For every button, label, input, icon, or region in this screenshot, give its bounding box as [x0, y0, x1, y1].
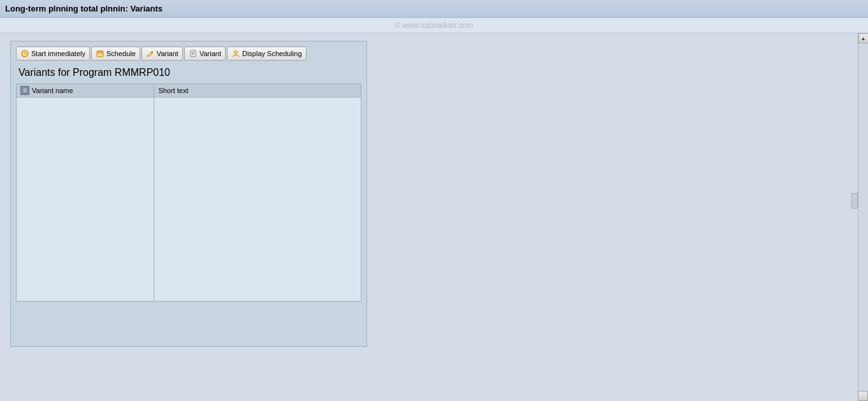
scrollbar-right: ▲ ▼ — [858, 33, 868, 401]
col-header-short-text: Short text — [154, 84, 361, 98]
col-header-variant-name: ☰ Variant name — [17, 84, 154, 98]
variant-edit-button[interactable]: Variant — [141, 47, 183, 61]
schedule-label: Schedule — [106, 50, 136, 57]
start-immediately-label: Start immediately — [31, 50, 85, 57]
content-panel: Start immediately Schedule — [0, 33, 858, 401]
resize-handle[interactable]: ⋮ — [851, 193, 858, 208]
display-scheduling-button[interactable]: Display Scheduling — [227, 47, 307, 61]
scroll-corner — [858, 391, 868, 401]
display-scheduling-label: Display Scheduling — [242, 50, 302, 57]
watermark-text: © www.tutorialkart.com — [395, 21, 474, 30]
empty-row — [17, 98, 361, 302]
svg-rect-3 — [97, 51, 103, 57]
svg-line-7 — [147, 55, 148, 57]
svg-point-12 — [234, 51, 237, 54]
variants-table: ☰ Variant name Short text — [16, 84, 361, 302]
scroll-up-arrow: ▲ — [861, 36, 866, 41]
title-bar: Long-term plnning total plnnin: Variants — [0, 0, 868, 18]
start-immediately-button[interactable]: Start immediately — [16, 47, 90, 61]
pencil-icon — [146, 49, 155, 58]
inner-panel: Start immediately Schedule — [10, 41, 367, 347]
clock-icon — [20, 49, 29, 58]
title-text: Long-term plnning total plnnin: Variants — [5, 4, 163, 13]
page-title-text: Variants for Program RMMRP010 — [18, 67, 170, 78]
col-variant-name-label: Variant name — [32, 87, 73, 94]
table-body — [17, 98, 361, 302]
person-icon — [231, 49, 240, 58]
variant-save-label: Variant — [199, 50, 221, 57]
scroll-up-button[interactable]: ▲ — [858, 33, 869, 43]
schedule-button[interactable]: Schedule — [91, 47, 140, 61]
table-header-row: ☰ Variant name Short text — [17, 84, 361, 98]
resize-dots-icon: ⋮ — [852, 198, 857, 203]
scroll-track-right — [858, 43, 869, 391]
page-title: Variants for Program RMMRP010 — [16, 66, 361, 80]
variant-save-button[interactable]: Variant — [184, 47, 226, 61]
watermark-bar: © www.tutorialkart.com — [0, 18, 868, 33]
col-short-text-label: Short text — [158, 87, 188, 94]
main-area: Start immediately Schedule — [0, 33, 868, 401]
calendar-icon — [96, 49, 105, 58]
document-icon — [189, 49, 198, 58]
variant-edit-label: Variant — [157, 50, 178, 57]
row-selector-icon: ☰ — [20, 86, 29, 95]
toolbar: Start immediately Schedule — [16, 47, 361, 61]
